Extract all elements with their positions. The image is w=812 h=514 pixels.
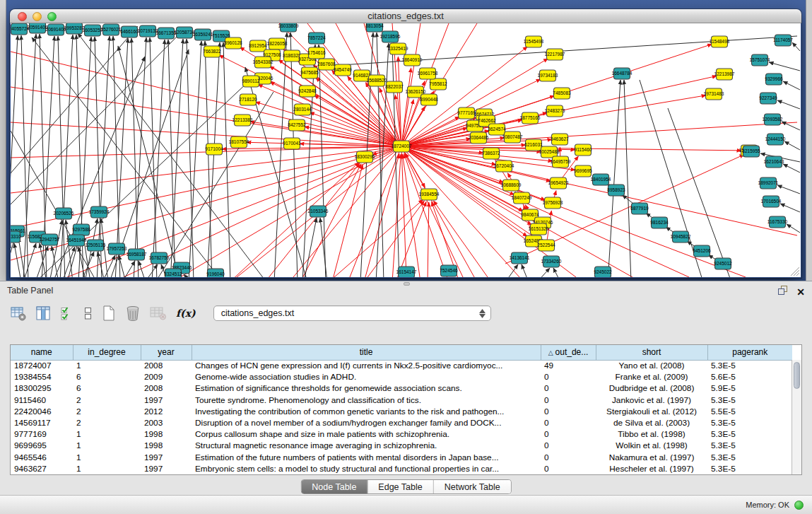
toggle-columns-icon[interactable] — [35, 305, 51, 321]
graph-node[interactable]: 3913310 — [11, 231, 21, 243]
graph-node[interactable]: 11548498 — [710, 36, 730, 47]
graph-node[interactable]: 21053346 — [308, 206, 329, 217]
graph-node[interactable]: 19654923 — [548, 177, 569, 189]
graph-edge[interactable] — [401, 122, 797, 146]
graph-node[interactable]: 11545498 — [524, 36, 544, 47]
row-boxes-icon[interactable] — [83, 305, 93, 321]
graph-edge[interactable] — [505, 264, 518, 277]
table-cell[interactable]: Wolkin et al. (1998) — [596, 440, 707, 451]
graph-node[interactable]: 2522544 — [537, 240, 555, 251]
graph-node[interactable]: 9475685 — [300, 67, 319, 78]
graph-node[interactable]: 9196040 — [206, 269, 225, 277]
graph-node[interactable]: 2718120 — [239, 94, 257, 105]
column-header-short[interactable]: short — [596, 345, 707, 360]
graph-node[interactable]: 12058734 — [175, 27, 195, 38]
table-cell[interactable]: Nakamura et al. (1997) — [596, 452, 707, 463]
table-cell[interactable]: Genome-wide association studies in ADHD. — [192, 371, 541, 382]
graph-node[interactable]: 16720404 — [494, 160, 514, 172]
graph-node[interactable]: 7955812 — [429, 78, 447, 90]
table-cell[interactable]: 0 — [541, 406, 596, 417]
graph-edge[interactable] — [332, 165, 363, 277]
table-row[interactable]: 1872400712008Changes of HCN gene express… — [11, 360, 792, 371]
graph-node[interactable]: 6466160 — [120, 26, 139, 37]
network-canvas[interactable]: 2405572420591406206914061995328716053257… — [11, 23, 801, 277]
graph-node[interactable]: 9816234 — [650, 217, 669, 228]
column-header-pagerank[interactable]: pagerank — [707, 345, 792, 360]
table-cell[interactable]: 1 — [73, 463, 141, 474]
table-cell[interactable]: 9465546 — [11, 452, 73, 463]
graph-node[interactable]: 9297588 — [72, 224, 90, 235]
table-cell[interactable]: 18300295 — [11, 382, 73, 394]
table-cell[interactable]: 5.3E-5 — [707, 428, 792, 440]
table-cell[interactable]: Investigating the contribution of common… — [192, 406, 541, 417]
table-cell[interactable]: 5.3E-5 — [707, 440, 792, 451]
graph-node[interactable]: 16495759 — [551, 156, 571, 168]
graph-node[interactable]: 12217987 — [545, 49, 565, 60]
table-cell[interactable]: 14569117 — [11, 417, 73, 428]
graph-edge[interactable] — [777, 185, 800, 194]
graph-node[interactable]: 20206526 — [54, 208, 74, 219]
table-cell[interactable]: 22420046 — [11, 406, 73, 417]
graph-node[interactable]: 18640910 — [402, 54, 423, 66]
table-cell[interactable]: 19384554 — [11, 371, 73, 382]
table-cell[interactable]: 1997 — [141, 395, 192, 406]
function-builder-icon[interactable]: f(x) — [176, 308, 196, 319]
table-cell[interactable]: 1997 — [141, 463, 192, 474]
table-cell[interactable]: 9777169 — [11, 428, 73, 440]
graph-node[interactable]: 12213383 — [233, 115, 253, 126]
new-column-icon[interactable] — [102, 305, 116, 322]
table-row[interactable]: 977716911998Corpus callosum shape and si… — [11, 428, 792, 440]
table-cell[interactable]: Tourette syndrome. Phenomenology and cla… — [192, 395, 541, 406]
graph-node[interactable]: 7485083 — [553, 88, 571, 99]
table-row[interactable]: 911546021997Tourette syndrome. Phenomeno… — [11, 395, 792, 406]
network-window-titlebar[interactable]: citations_edges.txt — [10, 9, 801, 23]
table-cell[interactable]: 5.3E-5 — [707, 417, 792, 428]
table-row[interactable]: 1938455462009Genome-wide association stu… — [11, 371, 792, 382]
table-cell[interactable]: 9463627 — [11, 463, 73, 474]
graph-node[interactable]: 3624574 — [488, 124, 506, 135]
zoom-window-icon[interactable] — [47, 12, 57, 21]
table-cell[interactable]: 9699695 — [11, 440, 73, 451]
column-header-name[interactable]: name — [11, 345, 73, 360]
graph-node[interactable]: 19218596 — [380, 31, 401, 42]
graph-node[interactable]: 10688609 — [501, 180, 522, 191]
table-row[interactable]: 969969511998Structural magnetic resonanc… — [11, 440, 792, 451]
graph-edge[interactable] — [223, 42, 230, 277]
graph-edge[interactable] — [522, 264, 529, 277]
table-cell[interactable]: Embryonic stem cells: a model to study s… — [192, 463, 541, 474]
graph-node[interactable]: 20364486 — [469, 132, 489, 144]
table-cell[interactable]: Hescheler et al. (1997) — [596, 463, 707, 474]
graph-node[interactable]: 19953287 — [64, 23, 85, 34]
table-cell[interactable]: 9115460 — [11, 395, 73, 406]
graph-edge[interactable] — [783, 81, 800, 90]
graph-node[interactable]: 18226058 — [267, 38, 288, 49]
graph-node[interactable]: 19384554 — [419, 189, 440, 200]
graph-node[interactable]: 19734183 — [538, 70, 558, 81]
graph-node[interactable]: 9227349 — [759, 93, 777, 104]
table-scrollbar[interactable] — [792, 360, 801, 474]
graph-node[interactable]: 9699695 — [574, 165, 592, 177]
table-cell[interactable]: 5.3E-5 — [707, 463, 792, 474]
graph-node[interactable]: 18107554 — [229, 136, 249, 148]
table-cell[interactable]: 5.5E-5 — [707, 406, 792, 417]
table-cell[interactable]: 2 — [73, 406, 141, 417]
graph-node[interactable]: 12444150 — [765, 134, 786, 145]
select-rows-icon[interactable] — [60, 305, 74, 321]
table-cell[interactable]: 1 — [73, 360, 141, 371]
table-cell[interactable]: 0 — [541, 428, 596, 440]
graph-edge[interactable] — [428, 202, 429, 277]
graph-edge[interactable] — [118, 46, 180, 277]
graph-node[interactable]: 8215955 — [742, 146, 760, 157]
table-cell[interactable]: 5.3E-5 — [707, 360, 792, 371]
delete-column-icon[interactable] — [125, 305, 141, 322]
graph-node[interactable]: 6877919 — [630, 203, 649, 214]
graph-edge[interactable] — [150, 37, 157, 277]
graph-edge[interactable] — [783, 164, 800, 173]
graph-node[interactable]: 8822037 — [385, 81, 404, 93]
table-cell[interactable]: 1998 — [141, 428, 192, 440]
graph-edge[interactable] — [784, 141, 800, 150]
network-view-window[interactable]: citations_edges.txt 24055724205914062069… — [10, 9, 801, 278]
graph-node[interactable]: 16782759 — [149, 252, 170, 264]
graph-edge[interactable] — [364, 201, 424, 277]
graph-edge[interactable] — [11, 26, 138, 173]
